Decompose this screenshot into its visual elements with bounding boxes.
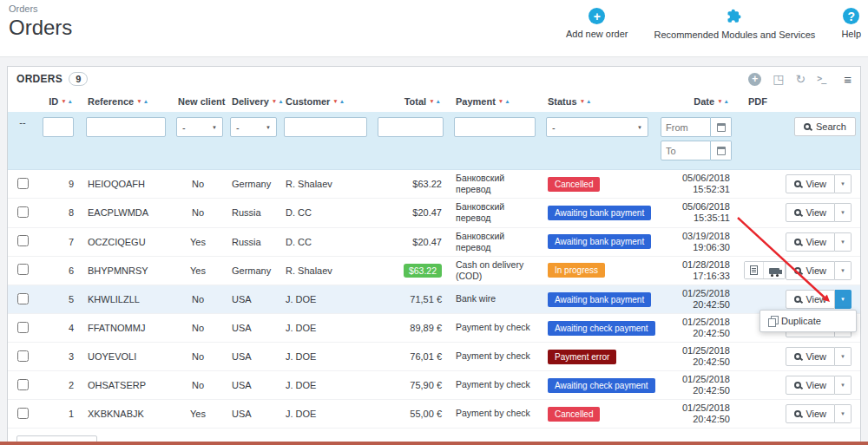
sort-asc-icon[interactable]: ▲ [724,98,730,104]
column-header-payment[interactable]: Payment▼▲ [449,91,541,112]
view-button[interactable]: View [786,376,835,395]
column-header-status[interactable]: Status▼▲ [541,91,654,112]
view-button[interactable]: View [786,261,835,280]
add-new-order-label: Add new order [566,29,628,39]
filter-customer-input[interactable] [284,117,367,137]
calendar-from-button[interactable] [711,117,732,137]
export-icon[interactable]: ◳ [773,73,784,85]
row-checkbox[interactable] [17,408,29,419]
sort-asc-icon[interactable]: ▲ [278,98,284,104]
order-customer: J. DOE [279,285,372,314]
view-button[interactable]: View [786,347,835,366]
orders-panel: ORDERS 9 + ◳ ↻ >_ ≡ ID▼▲Reference▼▲New c… [7,66,861,445]
order-new-client: No [171,314,225,343]
orders-tbody: 9HEIOQOAFHNoGermanyR. Shalaev$63.22Банко… [8,170,860,429]
order-id: 7 [37,227,81,256]
sort-asc-icon[interactable]: ▲ [68,98,74,104]
column-header-id[interactable]: ID▼▲ [37,91,81,112]
order-customer: D. CC [279,227,372,256]
search-button[interactable]: Search [794,117,856,136]
row-checkbox[interactable] [17,293,29,304]
row-checkbox[interactable] [17,206,29,218]
sort-asc-icon[interactable]: ▲ [143,98,149,104]
order-id: 4 [37,314,81,343]
sort-icons[interactable]: ▼▲ [580,98,593,104]
order-total: 75,90 € [372,371,449,400]
view-button[interactable]: View [786,290,835,309]
sort-desc-icon[interactable]: ▼ [717,98,723,104]
sort-desc-icon[interactable]: ▼ [332,98,339,104]
filter-total-input[interactable] [378,117,444,137]
column-label: New client [178,96,225,107]
view-dropdown-toggle[interactable]: ▼ [835,203,852,222]
invoice-pdf-button[interactable] [745,262,764,278]
filter-new-client-select[interactable]: - ▼ [176,117,223,137]
view-dropdown-toggle[interactable]: ▼ [835,404,852,423]
order-new-client: Yes [171,256,225,285]
filter-delivery-select[interactable]: - ▼ [230,117,277,137]
view-dropdown-toggle[interactable]: ▼ [835,174,852,193]
status-badge: Payment error [548,350,616,364]
date-value: 01/25/2018 [661,317,730,328]
filter-reference-input[interactable] [86,117,166,137]
order-total: 55,00 € [372,400,449,429]
sort-icons[interactable]: ▼▲ [498,98,511,104]
list-menu-icon[interactable]: ≡ [844,73,852,86]
view-button[interactable]: View [786,232,835,252]
refresh-icon[interactable]: ↻ [795,73,806,85]
view-dropdown-toggle[interactable]: ▼ [835,232,852,252]
order-reference: EACPLWMDA [81,199,171,227]
row-checkbox[interactable] [17,235,29,246]
bottom-accent-bar [0,442,868,445]
sort-asc-icon[interactable]: ▲ [436,98,442,104]
sort-icons[interactable]: ▼▲ [429,98,442,104]
calendar-to-button[interactable] [711,141,732,160]
magnifier-icon [794,296,801,303]
row-checkbox[interactable] [17,379,29,390]
column-header-total[interactable]: Total▼▲ [372,91,449,112]
filter-date-to-input[interactable] [661,141,711,160]
filter-status-select[interactable]: - ▼ [546,117,648,137]
sort-icons[interactable]: ▼▲ [61,98,74,104]
order-payment: Банковский перевод [449,170,541,199]
question-circle-icon: ? [843,8,859,24]
help-button[interactable]: ? Help [841,8,861,39]
sort-icons[interactable]: ▼▲ [717,98,730,104]
order-total: $20.47 [372,227,449,256]
view-button[interactable]: View [786,174,835,193]
row-checkbox[interactable] [17,350,29,362]
recommended-modules-button[interactable]: Recommended Modules and Services [654,8,816,40]
column-header-date[interactable]: Date▼▲ [654,91,737,112]
add-new-order-button[interactable]: + Add new order [566,8,628,39]
filter-date-from-input[interactable] [661,117,711,137]
view-dropdown-toggle[interactable]: ▼ [835,347,852,366]
sort-asc-icon[interactable]: ▲ [339,98,345,104]
filter-payment-input[interactable] [454,117,536,137]
sort-desc-icon[interactable]: ▼ [61,98,67,104]
view-dropdown-toggle[interactable]: ▼ [835,376,852,395]
sort-icons[interactable]: ▼▲ [136,98,149,104]
column-header-delivery[interactable]: Delivery▼▲ [225,91,279,112]
sort-desc-icon[interactable]: ▼ [580,98,586,104]
sort-icons[interactable]: ▼▲ [272,98,285,104]
sort-asc-icon[interactable]: ▲ [504,98,510,104]
sort-asc-icon[interactable]: ▲ [586,98,592,104]
view-dropdown-toggle[interactable]: ▼ [835,290,852,309]
sql-query-icon[interactable]: >_ [817,75,825,83]
sort-icons[interactable]: ▼▲ [332,98,345,104]
column-header-reference[interactable]: Reference▼▲ [81,91,171,112]
row-checkbox[interactable] [17,264,29,275]
row-checkbox[interactable] [17,322,29,333]
sort-desc-icon[interactable]: ▼ [136,98,142,104]
view-dropdown-toggle[interactable]: ▼ [835,261,852,280]
order-payment: Bank wire [449,285,541,314]
view-button[interactable]: View [786,203,835,222]
add-icon[interactable]: + [748,73,761,86]
duplicate-menu-item[interactable]: Duplicate [760,311,856,331]
row-checkbox[interactable] [17,178,29,189]
order-reference: FFATNOMMJ [81,314,171,343]
sort-desc-icon[interactable]: ▼ [429,98,435,104]
view-button[interactable]: View [786,404,835,423]
column-header-customer[interactable]: Customer▼▲ [279,91,372,112]
filter-id-input[interactable] [43,117,74,137]
